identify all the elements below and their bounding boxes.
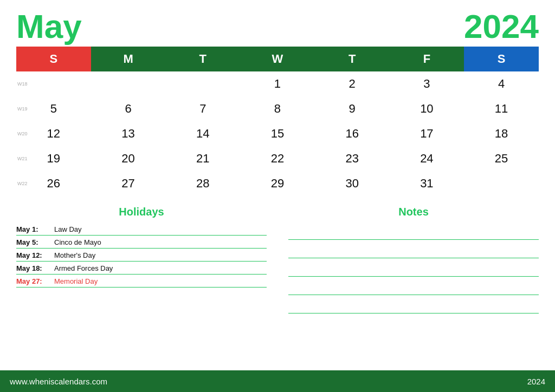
month-title: May [16, 10, 82, 43]
calendar-day: 13 [91, 121, 166, 146]
day-of-week-header: M [91, 47, 166, 71]
week-number: W20 [17, 131, 28, 136]
calendar-day: 17 [390, 121, 464, 146]
calendar-day: 16 [315, 121, 390, 146]
calendar-day: 9 [315, 96, 390, 121]
calendar-day: 18 [464, 121, 539, 146]
note-line[interactable] [288, 278, 539, 295]
footer-year: 2024 [527, 377, 545, 386]
year-title: 2024 [464, 10, 539, 43]
calendar-day: 10 [390, 96, 464, 121]
holidays-title: Holidays [16, 206, 267, 218]
calendar-day: 20 [91, 146, 166, 171]
calendar-day: 29 [240, 171, 315, 196]
calendar-day [165, 71, 240, 96]
holiday-name: Memorial Day [54, 277, 98, 285]
calendar-day: 27 [91, 171, 166, 196]
notes-lines [288, 223, 539, 313]
day-of-week-header: T [315, 47, 390, 71]
header: May 2024 [16, 10, 539, 43]
footer: www.wheniscalendars.com 2024 [0, 370, 555, 392]
holiday-date: May 18: [16, 264, 54, 272]
holiday-date: May 27: [16, 277, 54, 285]
calendar-day: W2012 [16, 121, 91, 146]
week-number: W18 [17, 81, 28, 87]
calendar-day: 3 [390, 71, 464, 96]
calendar-day: 31 [390, 171, 464, 196]
calendar-day: 6 [91, 96, 166, 121]
holiday-item: May 27:Memorial Day [16, 275, 267, 288]
calendar-day: 15 [240, 121, 315, 146]
day-of-week-header: T [165, 47, 240, 71]
footer-url: www.wheniscalendars.com [10, 377, 107, 386]
day-of-week-header: W [240, 47, 315, 71]
calendar-day: 4 [464, 71, 539, 96]
note-line[interactable] [288, 259, 539, 277]
notes-title: Notes [288, 206, 539, 218]
day-of-week-header: F [390, 47, 464, 71]
bottom-section: Holidays May 1:Law DayMay 5:Cinco de May… [16, 206, 539, 392]
calendar-day: 11 [464, 96, 539, 121]
week-number: W21 [17, 156, 28, 161]
calendar-day [91, 71, 166, 96]
calendar-week-row: W181234 [16, 71, 539, 96]
calendar-day: 7 [165, 96, 240, 121]
calendar-page: May 2024 SMTWTFS W181234W19567891011W201… [0, 0, 555, 392]
holiday-name: Cinco de Mayo [54, 238, 101, 246]
calendar-week-row: W2012131415161718 [16, 121, 539, 146]
calendar-day: 14 [165, 121, 240, 146]
calendar-day: 8 [240, 96, 315, 121]
calendar-day: 23 [315, 146, 390, 171]
holiday-name: Mother's Day [54, 251, 95, 259]
week-number: W19 [17, 106, 28, 112]
calendar-week-row: W19567891011 [16, 96, 539, 121]
day-of-week-header: S [464, 47, 539, 71]
holiday-item: May 12:Mother's Day [16, 249, 267, 262]
calendar-table: SMTWTFS W181234W19567891011W201213141516… [16, 47, 539, 196]
calendar-week-row: W2119202122232425 [16, 146, 539, 171]
holiday-name: Law Day [54, 225, 82, 233]
note-line[interactable] [288, 223, 539, 240]
calendar-day: W18 [16, 71, 91, 96]
calendar-day: W2119 [16, 146, 91, 171]
holiday-item: May 5:Cinco de Mayo [16, 236, 267, 249]
calendar-week-row: W22262728293031 [16, 171, 539, 196]
week-number: W22 [17, 181, 28, 186]
calendar-day: 22 [240, 146, 315, 171]
calendar-day: 30 [315, 171, 390, 196]
holiday-name: Armed Forces Day [54, 264, 113, 272]
note-line[interactable] [288, 296, 539, 313]
calendar-day: 21 [165, 146, 240, 171]
calendar-day: 1 [240, 71, 315, 96]
holiday-item: May 18:Armed Forces Day [16, 262, 267, 275]
calendar-day [464, 171, 539, 196]
calendar-day: 28 [165, 171, 240, 196]
holiday-date: May 12: [16, 251, 54, 259]
calendar-day: 25 [464, 146, 539, 171]
holidays-list: May 1:Law DayMay 5:Cinco de MayoMay 12:M… [16, 223, 267, 288]
holiday-item: May 1:Law Day [16, 223, 267, 236]
holidays-section: Holidays May 1:Law DayMay 5:Cinco de May… [16, 206, 278, 392]
note-line[interactable] [288, 241, 539, 258]
calendar-day: 24 [390, 146, 464, 171]
calendar-day: W195 [16, 96, 91, 121]
day-of-week-header: S [16, 47, 91, 71]
notes-section: Notes [278, 206, 539, 392]
holiday-date: May 1: [16, 225, 54, 233]
calendar-day: 2 [315, 71, 390, 96]
holiday-date: May 5: [16, 238, 54, 246]
calendar-day: W2226 [16, 171, 91, 196]
